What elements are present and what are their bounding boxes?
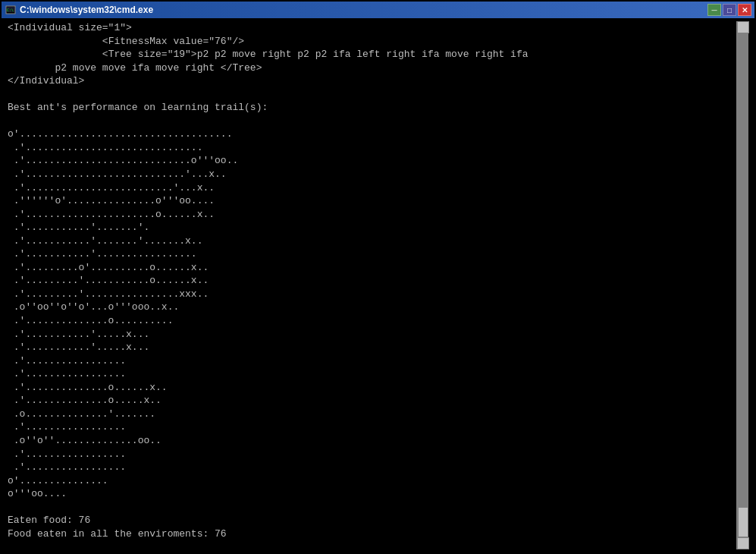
vertical-scrollbar[interactable]: ▲ ▼ [736, 21, 748, 549]
terminal-area: <Individual size="1"> <FitnessMax value=… [2, 18, 754, 552]
minimize-button[interactable]: ─ [707, 4, 721, 16]
scroll-down-button[interactable]: ▼ [737, 537, 749, 549]
main-window: C:\ C:\windows\system32\cmd.exe ─ □ ✕ <I… [0, 0, 756, 554]
terminal-output: <Individual size="1"> <FitnessMax value=… [8, 21, 736, 549]
maximize-button[interactable]: □ [723, 4, 736, 16]
svg-text:C:\: C:\ [7, 8, 14, 12]
scrollbar-thumb[interactable] [738, 507, 748, 537]
scroll-up-button[interactable]: ▲ [737, 21, 749, 33]
scrollbar-track[interactable] [737, 33, 748, 537]
window-title: C:\windows\system32\cmd.exe [20, 5, 707, 15]
titlebar: C:\ C:\windows\system32\cmd.exe ─ □ ✕ [2, 2, 754, 18]
window-controls: ─ □ ✕ [707, 4, 751, 16]
window-icon: C:\ [5, 4, 17, 16]
close-button[interactable]: ✕ [738, 4, 751, 16]
terminal-text: <Individual size="1"> <FitnessMax value=… [8, 22, 529, 540]
